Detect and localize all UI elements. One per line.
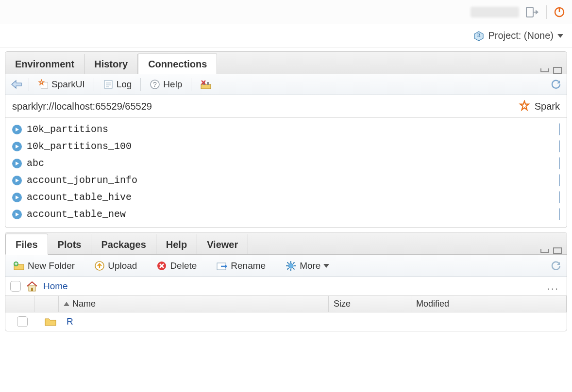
help-question-icon: ? [150,79,160,90]
rename-button[interactable]: Rename [213,259,269,273]
new-folder-label: New Folder [28,261,75,271]
table-name: account_jobrun_info [27,175,137,186]
log-page-icon [103,79,114,90]
file-name[interactable]: R [67,316,73,327]
connections-tabstrip: Environment History Connections [5,52,567,74]
tab-environment[interactable]: Environment [5,54,84,74]
sparkui-button[interactable]: SparkUI [35,77,88,92]
svg-rect-0 [526,7,533,17]
connection-url-row: sparklyr://localhost:65529/65529 Spark [5,95,567,118]
rename-label: Rename [231,261,266,271]
refresh-icon[interactable] [550,79,562,90]
table-name: abc [27,158,44,169]
preview-table-icon[interactable] [559,209,560,220]
table-row[interactable]: abc [8,155,564,172]
row-checkbox[interactable] [17,316,28,327]
breadcrumb-more-icon[interactable]: ... [547,280,562,293]
preview-table-icon[interactable] [559,141,560,152]
tab-packages[interactable]: Packages [91,234,156,254]
back-arrow-icon[interactable] [10,79,23,90]
expand-icon[interactable] [12,176,22,185]
files-breadcrumb: Home ... [5,277,567,296]
files-column-header: Name Size Modified [5,296,567,312]
tab-plots[interactable]: Plots [48,234,92,254]
select-all-checkbox[interactable] [10,281,21,292]
col-header-name[interactable]: Name [59,296,329,312]
preview-table-icon[interactable] [559,158,560,169]
log-label: Log [117,79,132,90]
disconnect-icon[interactable] [197,77,215,92]
delete-button[interactable]: Delete [153,259,200,273]
tab-history[interactable]: History [84,54,138,74]
log-button[interactable]: Log [100,77,135,92]
project-cube-icon: R [473,31,484,41]
provider-label-text: Spark [535,101,560,112]
folder-icon [44,317,57,327]
rename-icon [216,261,228,271]
connection-url: sparklyr://localhost:65529/65529 [12,101,152,112]
tab-help[interactable]: Help [156,234,197,254]
files-tabstrip: Files Plots Packages Help Viewer [5,232,567,255]
preview-table-icon[interactable] [559,192,560,203]
upload-label: Upload [108,261,137,271]
new-folder-button[interactable]: New Folder [10,259,78,273]
chevron-down-icon[interactable] [557,34,563,38]
svg-line-31 [293,268,295,269]
files-toolbar: New Folder Upload Delete [5,255,567,277]
upload-button[interactable]: Upload [91,259,140,273]
svg-rect-14 [207,82,209,85]
col-header-modified[interactable]: Modified [411,296,567,312]
svg-line-32 [293,262,295,263]
table-name: 10k_partitions [27,124,108,135]
files-panel: Files Plots Packages Help Viewer New Fol… [5,232,567,331]
tab-files[interactable]: Files [5,233,48,255]
table-row[interactable]: account_jobrun_info [8,172,564,189]
preview-table-icon[interactable] [559,175,560,186]
tab-connections[interactable]: Connections [138,53,217,74]
expand-icon[interactable] [12,193,22,202]
svg-text:R: R [477,33,481,38]
more-button[interactable]: More [282,258,332,274]
connections-panel: Environment History Connections SparkUI [5,51,567,228]
tables-list: 10k_partitions 10k_partitions_100 abc ac… [5,118,567,228]
sort-asc-icon [64,302,69,306]
minimize-icon[interactable] [540,68,549,72]
separator [546,5,547,19]
help-button[interactable]: ? Help [147,77,185,92]
minimize-icon[interactable] [540,249,549,253]
svg-line-33 [287,268,289,269]
table-row[interactable]: account_table_new [8,206,564,223]
help-label: Help [163,79,182,90]
refresh-icon[interactable] [550,260,562,272]
col-header-size[interactable]: Size [329,296,411,312]
table-row[interactable]: 10k_partitions [8,121,564,138]
table-row[interactable]: account_table_hive [8,189,564,206]
table-row[interactable]: 10k_partitions_100 [8,138,564,155]
svg-rect-6 [104,81,112,88]
panel-window-controls [540,67,567,74]
upload-icon [94,261,105,271]
delete-x-icon [156,261,167,271]
svg-rect-5 [41,82,48,88]
chevron-down-icon [323,264,329,268]
preview-table-icon[interactable] [559,124,560,135]
breadcrumb-home[interactable]: Home [43,281,68,292]
file-row[interactable]: R [5,312,567,331]
spark-star-icon [38,79,49,90]
spark-logo-icon [518,100,531,113]
home-icon[interactable] [26,280,38,292]
svg-rect-12 [201,84,211,89]
connection-provider: Spark [518,100,560,113]
power-icon[interactable] [554,6,565,18]
expand-icon[interactable] [12,159,22,168]
maximize-icon[interactable] [553,67,562,74]
expand-icon[interactable] [12,142,22,151]
project-label[interactable]: Project: (None) [488,30,554,41]
more-label: More [300,261,320,271]
maximize-icon[interactable] [553,247,562,254]
sparkui-label: SparkUI [51,79,85,90]
signout-icon[interactable] [526,7,539,17]
tab-viewer[interactable]: Viewer [197,234,248,254]
expand-icon[interactable] [12,210,22,219]
expand-icon[interactable] [12,125,22,134]
